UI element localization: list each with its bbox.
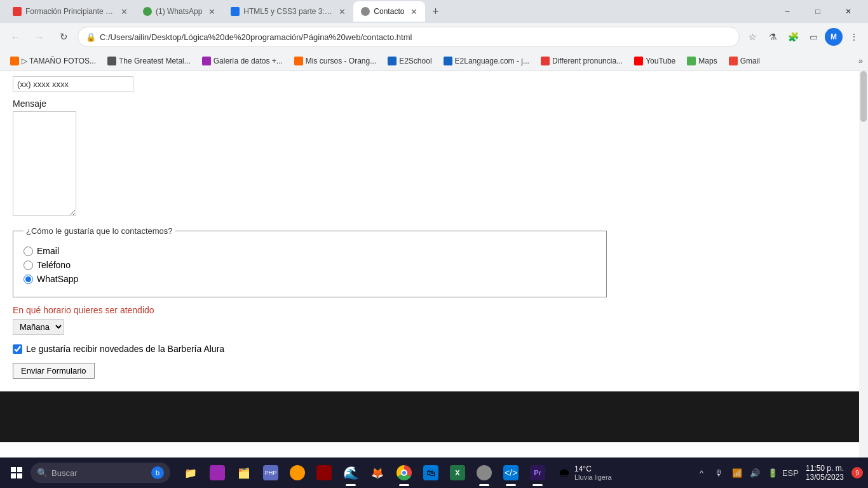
radio-email[interactable] bbox=[24, 247, 33, 256]
bookmark-maps-icon bbox=[687, 57, 696, 65]
scrollbar-thumb[interactable] bbox=[860, 71, 867, 122]
bookmark-1-icon bbox=[10, 57, 19, 65]
bookmark-2[interactable]: The Greatest Metal... bbox=[102, 53, 196, 69]
taskbar-weather[interactable]: 🌧 14°C Lluvia ligera bbox=[553, 464, 617, 481]
taskbar-app-chrome2[interactable] bbox=[471, 458, 497, 488]
phone-input[interactable] bbox=[13, 76, 133, 92]
tab-2-close[interactable]: ✕ bbox=[208, 7, 215, 17]
tab-3-close[interactable]: ✕ bbox=[339, 7, 346, 17]
tab-3[interactable]: HTML5 y CSS3 parte 3: Trabajand... ✕ bbox=[223, 1, 353, 22]
radio-whatsapp[interactable] bbox=[24, 274, 33, 284]
taskbar-firefox[interactable]: 🦊 bbox=[365, 458, 390, 488]
firefox-icon: 🦊 bbox=[370, 465, 385, 480]
address-bar: ← → ↻ 🔒 C:/Users/ailin/Desktop/Lógica%20… bbox=[0, 23, 868, 51]
notification-badge[interactable]: 9 bbox=[851, 467, 863, 478]
schedule-label: En qué horario quieres ser atendido bbox=[13, 305, 846, 315]
taskbar-app-5[interactable] bbox=[285, 458, 310, 488]
tray-mic[interactable]: 🎙 bbox=[712, 465, 727, 480]
taskbar-search[interactable]: 🔍 Buscar b bbox=[31, 463, 170, 483]
taskbar-file-explorer[interactable]: 📁 bbox=[178, 458, 203, 488]
tab-1-icon bbox=[13, 7, 22, 16]
radio-telefono[interactable] bbox=[24, 261, 33, 270]
edge-icon: 🌊 bbox=[343, 465, 358, 480]
tray-battery[interactable]: 🔋 bbox=[765, 465, 780, 480]
tab-2-label: (1) WhatsApp bbox=[156, 7, 202, 16]
bookmark-7[interactable]: Different pronuncia... bbox=[536, 53, 628, 69]
refresh-button[interactable]: ↻ bbox=[53, 27, 74, 47]
bookmarks-more-button[interactable]: » bbox=[858, 56, 863, 65]
taskbar-folder[interactable]: 🗂️ bbox=[231, 458, 257, 488]
tray-datetime[interactable]: 11:50 p. m. 13/05/2023 bbox=[801, 464, 849, 482]
tab-1[interactable]: Formación Principiante en Progra... ✕ bbox=[5, 1, 135, 22]
menu-button[interactable]: ⋮ bbox=[845, 28, 863, 46]
tray-volume[interactable]: 🔊 bbox=[747, 465, 763, 480]
bookmark-3[interactable]: Galería de datos +... bbox=[197, 53, 288, 69]
newsletter-row: Le gustaría recibir novedades de la Barb… bbox=[13, 344, 846, 354]
taskbar-app-php[interactable]: PHP bbox=[258, 458, 283, 488]
back-button[interactable]: ← bbox=[5, 27, 25, 47]
bookmark-5[interactable]: E2School bbox=[383, 53, 437, 69]
browser-labs-button[interactable]: ⚗ bbox=[764, 28, 782, 46]
taskbar-excel[interactable]: X bbox=[445, 458, 470, 488]
tab-2-icon bbox=[143, 7, 152, 16]
minimize-button[interactable]: – bbox=[773, 0, 802, 23]
taskbar-apps: 📁 🗂️ PHP 🌊 🦊 bbox=[178, 458, 550, 488]
start-button[interactable] bbox=[5, 461, 28, 484]
vscode-icon: </> bbox=[503, 465, 519, 480]
sidebar-button[interactable]: ▭ bbox=[804, 28, 822, 46]
radio-whatsapp-label: WhatSapp bbox=[37, 274, 78, 284]
bookmark-gmail[interactable]: Gmail bbox=[724, 53, 765, 69]
bookmark-4[interactable]: Mis cursos - Orang... bbox=[289, 53, 381, 69]
bookmark-6-label: E2Language.com - j... bbox=[455, 57, 529, 65]
app-5-icon bbox=[290, 465, 305, 480]
bookmarks-bar: ▷ TAMAÑO FOTOS... The Greatest Metal... … bbox=[0, 51, 868, 71]
app-2-icon bbox=[210, 465, 225, 480]
scrollbar[interactable] bbox=[859, 71, 868, 458]
newsletter-checkbox[interactable] bbox=[13, 344, 22, 354]
bookmark-youtube[interactable]: YouTube bbox=[629, 53, 681, 69]
taskbar-chrome[interactable] bbox=[391, 458, 417, 488]
message-textarea[interactable] bbox=[13, 111, 76, 216]
taskbar-app-2[interactable] bbox=[205, 458, 230, 488]
excel-icon: X bbox=[450, 465, 465, 480]
tab-3-icon bbox=[231, 7, 240, 16]
page-content: Mensaje ¿Cómo le gustaría que lo contact… bbox=[0, 71, 859, 458]
tab-2[interactable]: (1) WhatsApp ✕ bbox=[135, 1, 223, 22]
premiere-icon: Pr bbox=[530, 465, 545, 480]
system-tray: ^ 🎙 📶 🔊 🔋 ESP 11:50 p. m. 13/05/2023 9 bbox=[694, 464, 863, 482]
schedule-select[interactable]: Mañana Tarde Noche bbox=[13, 319, 64, 335]
taskbar-store[interactable]: 🛍 bbox=[418, 458, 444, 488]
close-button[interactable]: ✕ bbox=[834, 0, 863, 23]
bookmark-star-button[interactable]: ☆ bbox=[743, 28, 761, 46]
extensions-button[interactable]: 🧩 bbox=[784, 28, 802, 46]
tab-4[interactable]: Contacto ✕ bbox=[353, 1, 425, 22]
bookmark-3-label: Galería de datos +... bbox=[214, 57, 283, 65]
tab-4-label: Contacto bbox=[374, 7, 404, 16]
tray-chevron[interactable]: ^ bbox=[694, 465, 709, 480]
bookmark-2-icon bbox=[107, 57, 116, 65]
profile-button[interactable]: M bbox=[825, 28, 843, 46]
new-tab-button[interactable]: + bbox=[425, 1, 445, 22]
bookmark-1-label: ▷ TAMAÑO FOTOS... bbox=[22, 57, 96, 65]
bookmark-1[interactable]: ▷ TAMAÑO FOTOS... bbox=[5, 53, 101, 69]
url-bar[interactable]: 🔒 C:/Users/ailin/Desktop/Lógica%20de%20p… bbox=[78, 27, 740, 47]
taskbar-app-6[interactable] bbox=[311, 458, 337, 488]
cortana-icon[interactable]: b bbox=[151, 466, 164, 479]
taskbar-edge[interactable]: 🌊 bbox=[338, 458, 363, 488]
chrome2-icon bbox=[477, 465, 492, 480]
bookmark-7-icon bbox=[541, 57, 550, 65]
tab-4-close[interactable]: ✕ bbox=[410, 7, 417, 17]
bookmark-maps[interactable]: Maps bbox=[682, 53, 722, 69]
maximize-button[interactable]: □ bbox=[803, 0, 832, 23]
tray-lang[interactable]: ESP bbox=[783, 465, 798, 480]
taskbar-premiere[interactable]: Pr bbox=[525, 458, 550, 488]
tray-wifi[interactable]: 📶 bbox=[729, 465, 745, 480]
form-area: Mensaje ¿Cómo le gustaría que lo contact… bbox=[0, 76, 859, 391]
chrome2-active-bar bbox=[479, 484, 489, 486]
submit-button[interactable]: Enviar Formulario bbox=[13, 363, 95, 379]
bookmark-6[interactable]: E2Language.com - j... bbox=[438, 53, 534, 69]
forward-button[interactable]: → bbox=[29, 27, 50, 47]
file-explorer-icon: 📁 bbox=[183, 465, 198, 480]
tab-1-close[interactable]: ✕ bbox=[121, 7, 128, 17]
taskbar-vscode[interactable]: </> bbox=[498, 458, 524, 488]
